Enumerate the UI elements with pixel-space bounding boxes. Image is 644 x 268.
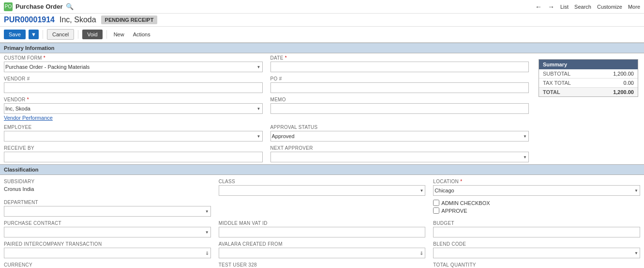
date-label: DATE * (270, 55, 529, 61)
budget-input[interactable] (433, 227, 640, 237)
memo-label: MEMO (270, 97, 529, 102)
date-input[interactable]: 13/05/2022 (270, 62, 529, 72)
customize-button[interactable]: Customize (597, 4, 622, 10)
total-row: TOTAL 1,200.00 (539, 88, 638, 96)
receive-by-label: RECEIVE BY (4, 145, 263, 151)
search-icon[interactable]: 🔍 (66, 3, 74, 10)
cancel-button[interactable]: Cancel (47, 29, 74, 40)
new-button[interactable]: New (111, 30, 127, 39)
total-value: 1,200.00 (613, 89, 634, 95)
next-approver-select[interactable] (270, 152, 529, 162)
form-left: CUSTOM FORM * Purchase Order - Packing M… (0, 53, 533, 164)
save-dropdown-button[interactable]: ▼ (29, 30, 39, 39)
paired-intercompany-dropdown[interactable] (4, 248, 211, 258)
primary-info-header: Primary Information (0, 43, 644, 53)
department-select-wrapper (4, 206, 211, 217)
class-row-4: PAIRED INTERCOMPANY TRANSACTION AVALARA … (0, 239, 644, 260)
next-approver-label: NEXT APPROVER (270, 145, 529, 151)
vendor-hash-label: VENDOR # (4, 76, 263, 81)
class-row-1: SUBSIDIARY Cronus India CLASS LOCATION *… (0, 177, 644, 198)
record-id: PUR00001914 (4, 16, 55, 24)
prev-button[interactable]: ← (535, 3, 542, 11)
checkboxes-col: ADMIN CHECKBOX APPROVE (429, 198, 644, 219)
nav-right: ← → List Search Customize More (535, 3, 640, 11)
class-field: CLASS (215, 177, 430, 198)
admin-checkbox-row: ADMIN CHECKBOX (433, 200, 640, 206)
vendor-select-wrapper: Inc, Skoda (4, 103, 263, 114)
vendor-hash-field: VENDOR # (0, 74, 267, 95)
employee-select[interactable] (4, 131, 263, 142)
approval-status-field: APPROVAL STATUS Approved (267, 123, 533, 143)
total-label: TOTAL (543, 89, 560, 95)
location-select[interactable]: Chicago (433, 185, 640, 196)
approve-checkbox[interactable] (433, 207, 439, 214)
test-user-label: TEST USER 328 (219, 262, 426, 268)
location-select-wrapper: Chicago (433, 185, 640, 196)
paired-intercompany-label: PAIRED INTERCOMPANY TRANSACTION (4, 241, 211, 247)
admin-checkbox-label: ADMIN CHECKBOX (441, 200, 490, 206)
middle-man-vat-input[interactable] (219, 227, 426, 237)
void-button[interactable]: Void (82, 30, 102, 39)
approve-checkbox-label: APPROVE (441, 208, 467, 214)
purchase-contract-select[interactable] (4, 227, 211, 237)
page-title: Purchase Order (15, 3, 63, 10)
subsidiary-label: SUBSIDIARY (4, 179, 211, 184)
search-button[interactable]: Search (574, 4, 591, 10)
class-row-5: CURRENCY Rupee TEST USER 328 TOTAL QUANT… (0, 260, 644, 268)
location-label: LOCATION * (433, 179, 640, 184)
next-button[interactable]: → (548, 3, 554, 11)
divider-3 (106, 30, 107, 39)
purchase-contract-select-wrapper (4, 227, 211, 237)
date-field: DATE * 13/05/2022 (267, 53, 533, 74)
subtotal-label: SUBTOTAL (543, 71, 570, 77)
save-button[interactable]: Save (4, 30, 26, 39)
purchase-contract-label: PURCHASE CONTRACT (4, 221, 211, 226)
department-label: DEPARTMENT (4, 200, 211, 205)
list-button[interactable]: List (560, 4, 569, 10)
approve-checkbox-row: APPROVE (433, 207, 640, 214)
subsidiary-field: SUBSIDIARY Cronus India (0, 177, 215, 198)
memo-input[interactable] (270, 103, 529, 114)
total-quantity-field: TOTAL QUANTITY 0 (429, 260, 644, 268)
approval-status-label: APPROVAL STATUS (270, 125, 529, 130)
department-field: DEPARTMENT (0, 198, 215, 219)
custom-form-select[interactable]: Purchase Order - Packing Materials (4, 62, 263, 72)
tax-total-label: TAX TOTAL (543, 80, 571, 86)
memo-field: MEMO (267, 95, 533, 123)
avalara-label: AVALARA CREATED FROM (219, 241, 426, 247)
class-label: CLASS (219, 179, 426, 184)
department-select[interactable] (4, 206, 211, 217)
vendor-performance-link[interactable]: Vendor Performance (4, 115, 53, 121)
more-button[interactable]: More (628, 4, 640, 10)
currency-label: CURRENCY (4, 262, 211, 268)
paired-intercompany-wrapper (4, 248, 211, 258)
actions-button[interactable]: Actions (130, 30, 153, 39)
custom-form-field: CUSTOM FORM * Purchase Order - Packing M… (0, 53, 267, 74)
custom-form-label: CUSTOM FORM * (4, 55, 263, 61)
vendor-hash-input[interactable] (4, 82, 263, 93)
purchase-order-icon: PO (4, 2, 13, 11)
blend-code-select[interactable] (433, 248, 640, 258)
top-navigation: PO Purchase Order 🔍 ← → List Search Cust… (0, 0, 644, 14)
class-row-2: DEPARTMENT ADMIN CHECKBOX APPROVE (0, 198, 644, 219)
admin-checkbox[interactable] (433, 200, 439, 206)
location-field: LOCATION * Chicago (429, 177, 644, 198)
blend-code-label: BLEND CODE (433, 241, 640, 247)
divider-2 (78, 30, 78, 39)
vendor-select[interactable]: Inc, Skoda (4, 103, 263, 114)
divider-1 (43, 30, 43, 39)
receive-by-input[interactable] (4, 152, 263, 162)
approval-status-select[interactable]: Approved (270, 131, 529, 142)
class-empty-col (215, 198, 430, 219)
tax-total-value: 0.00 (624, 80, 634, 86)
primary-info-form: CUSTOM FORM * Purchase Order - Packing M… (0, 53, 644, 164)
purchase-contract-field: PURCHASE CONTRACT (0, 219, 215, 239)
currency-field: CURRENCY Rupee (0, 260, 215, 268)
action-bar: Save ▼ Cancel Void New Actions (0, 27, 644, 43)
avalara-dropdown[interactable] (219, 248, 426, 258)
class-select[interactable] (219, 185, 426, 196)
nav-left: PO Purchase Order 🔍 (4, 2, 74, 11)
class-select-wrapper (219, 185, 426, 196)
po-hash-input[interactable]: PUR00001914 (270, 82, 529, 93)
employee-label: EMPLOYEE (4, 125, 263, 130)
